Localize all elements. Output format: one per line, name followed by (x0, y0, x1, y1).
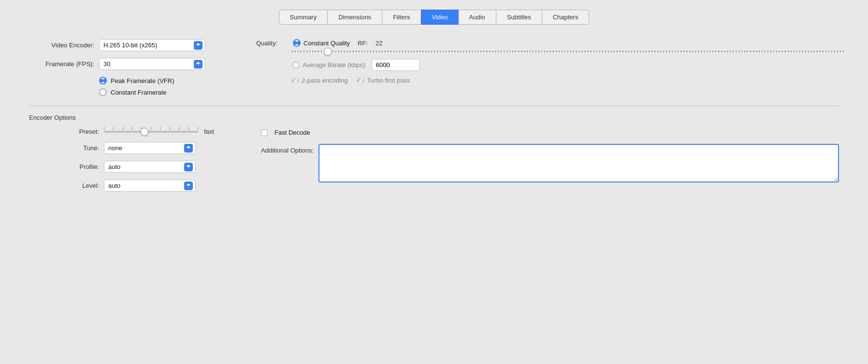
bitrate-input[interactable] (372, 59, 420, 71)
rf-label: RF: (358, 40, 368, 47)
tune-select-wrapper: none (104, 142, 196, 154)
encoder-options-title: Encoder Options (29, 114, 839, 121)
tune-select[interactable]: none (104, 142, 196, 154)
avg-bitrate-radio-circle (292, 61, 300, 69)
tab-filters[interactable]: Filters (382, 10, 420, 25)
turbo-option[interactable]: ✓ Turbo first pass (357, 77, 410, 84)
video-encoder-row: Video Encoder: H.265 10-bit (x265) (24, 39, 227, 51)
tab-chapters[interactable]: Chapters (542, 10, 590, 25)
constant-quality-radio-circle (293, 39, 301, 47)
fast-decode-label: Fast Decode (275, 129, 310, 136)
rf-value: 22 (376, 40, 382, 47)
video-encoder-select[interactable]: H.265 10-bit (x265) (99, 39, 205, 51)
framerate-row: Framerate (FPS): 30 (24, 58, 227, 70)
tab-video[interactable]: Video (421, 10, 459, 25)
bitrate-row: Average Bitrate (kbps): (256, 59, 844, 71)
level-select[interactable]: auto (104, 180, 196, 192)
encoding-options-row: ✓ 2-pass encoding ✓ Turbo first pass (256, 77, 844, 84)
preset-label: Preset: (29, 128, 99, 135)
tab-audio[interactable]: Audio (459, 10, 496, 25)
peak-framerate-radio[interactable]: Peak Framerate (VFR) (99, 77, 227, 84)
constant-framerate-radio-circle (99, 88, 107, 96)
encoder-controls: Video Encoder: H.265 10-bit (x265) Frame… (24, 39, 227, 96)
constant-quality-radio[interactable]: Constant Quality (293, 39, 350, 47)
level-label: Level: (29, 182, 99, 189)
preset-row: Preset: (29, 128, 232, 135)
peak-framerate-label: Peak Framerate (VFR) (111, 77, 174, 84)
framerate-radio-group: Peak Framerate (VFR) Constant Framerate (99, 77, 227, 96)
peak-framerate-radio-circle (99, 77, 107, 84)
video-encoder-label: Video Encoder: (24, 42, 94, 49)
fast-decode-row: Fast Decode (261, 128, 839, 136)
section-divider (29, 106, 839, 106)
preset-slider-track[interactable] (104, 131, 198, 133)
encoder-right-options: Fast Decode Additional Options: (261, 128, 839, 198)
fast-decode-checkbox[interactable] (261, 129, 268, 136)
framerate-select-wrapper: 30 (99, 58, 205, 70)
encoder-options-row: Preset: (29, 128, 839, 198)
additional-options-input[interactable] (318, 144, 839, 182)
constant-framerate-radio[interactable]: Constant Framerate (99, 88, 227, 96)
level-row: Level: auto (29, 180, 232, 192)
encoder-options-section: Encoder Options Preset: (14, 106, 854, 198)
two-pass-label: 2-pass encoding (302, 77, 347, 84)
profile-row: Profile: auto (29, 161, 232, 173)
tab-summary[interactable]: Summary (279, 10, 328, 25)
preset-value: fast (204, 128, 214, 135)
quality-slider-container (256, 51, 844, 52)
quality-header-row: Quality: Constant Quality RF: 22 (256, 39, 844, 47)
avg-bitrate-radio[interactable]: Average Bitrate (kbps): (292, 61, 367, 69)
framerate-select[interactable]: 30 (99, 58, 205, 70)
top-section: Video Encoder: H.265 10-bit (x265) Frame… (14, 39, 854, 96)
avg-bitrate-label: Average Bitrate (kbps): (303, 61, 367, 69)
additional-options-row: Additional Options: (261, 144, 839, 182)
turbo-label: Turbo first pass (367, 77, 410, 84)
framerate-label: Framerate (FPS): (24, 60, 94, 68)
tune-label: Tune: (29, 144, 99, 152)
tune-row: Tune: none (29, 142, 232, 154)
two-pass-option[interactable]: ✓ 2-pass encoding (292, 77, 347, 84)
preset-slider-thumb[interactable] (141, 128, 148, 136)
quality-slider-thumb[interactable] (324, 48, 332, 56)
quality-slider-track[interactable] (292, 51, 844, 52)
main-container: Summary Dimensions Filters Video Audio S… (0, 0, 868, 213)
encoder-left-options: Preset: (29, 128, 232, 198)
tab-subtitles[interactable]: Subtitles (496, 10, 542, 25)
tab-bar: Summary Dimensions Filters Video Audio S… (14, 10, 854, 25)
two-pass-checkbox[interactable]: ✓ (292, 77, 299, 84)
quality-label: Quality: (256, 40, 285, 47)
video-encoder-select-wrapper: H.265 10-bit (x265) (99, 39, 205, 51)
turbo-checkbox[interactable]: ✓ (357, 77, 364, 84)
profile-select-wrapper: auto (104, 161, 196, 173)
profile-label: Profile: (29, 163, 99, 170)
profile-select[interactable]: auto (104, 161, 196, 173)
quality-controls: Quality: Constant Quality RF: 22 (256, 39, 844, 96)
additional-options-label: Additional Options: (261, 144, 314, 154)
tab-dimensions[interactable]: Dimensions (327, 10, 382, 25)
constant-quality-label: Constant Quality (304, 40, 350, 47)
level-select-wrapper: auto (104, 180, 196, 192)
constant-framerate-label: Constant Framerate (111, 89, 167, 96)
